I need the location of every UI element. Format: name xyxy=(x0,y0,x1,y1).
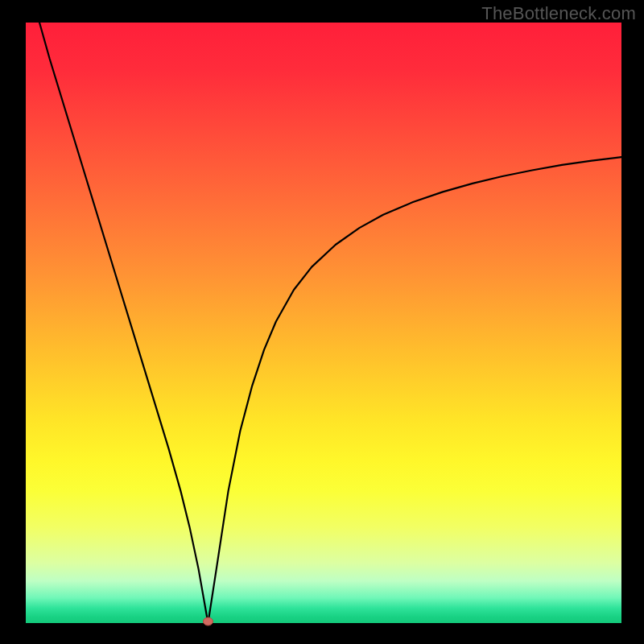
bottleneck-chart xyxy=(0,0,644,644)
optimal-point-marker xyxy=(203,617,213,625)
watermark-text: TheBottleneck.com xyxy=(481,3,636,24)
plot-background xyxy=(26,23,621,623)
chart-root: TheBottleneck.com xyxy=(0,0,644,644)
